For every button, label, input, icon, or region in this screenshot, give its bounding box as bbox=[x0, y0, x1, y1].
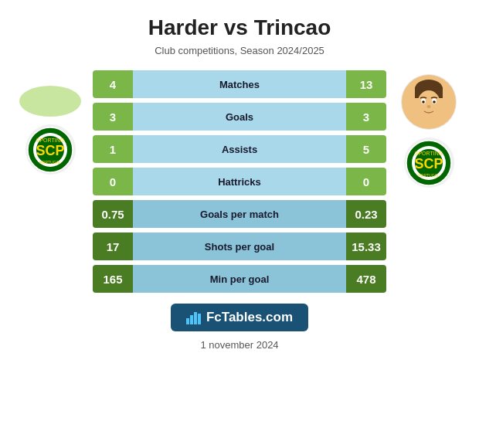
svg-point-16 bbox=[438, 100, 443, 108]
stat-row-matches: 4Matches13 bbox=[93, 70, 386, 98]
trincao-face-svg bbox=[402, 75, 456, 129]
logo-area: FcTables.com bbox=[171, 304, 308, 331]
svg-text:SCP: SCP bbox=[36, 143, 64, 158]
stat-row-shots-per-goal: 17Shots per goal15.33 bbox=[93, 232, 386, 260]
stat-left-value: 3 bbox=[93, 103, 133, 131]
stat-left-value: 1 bbox=[93, 135, 133, 163]
stat-row-min-per-goal: 165Min per goal478 bbox=[93, 265, 386, 293]
right-club-badge: SCP SPORTING PORTUGAL bbox=[404, 137, 454, 188]
comparison-area: SCP SPORTING PORTUGAL 4Matches133Goals31… bbox=[8, 70, 471, 293]
svg-rect-25 bbox=[194, 312, 197, 324]
stat-right-value: 15.33 bbox=[346, 232, 386, 260]
svg-text:PORTUGAL: PORTUGAL bbox=[39, 160, 61, 165]
stat-right-value: 478 bbox=[346, 265, 386, 293]
stats-rows: 4Matches133Goals31Assists50Hattricks00.7… bbox=[93, 70, 386, 293]
svg-point-14 bbox=[427, 105, 431, 108]
svg-text:SPORTING: SPORTING bbox=[36, 137, 64, 143]
date-display: 1 november 2024 bbox=[200, 339, 278, 351]
stat-row-goals: 3Goals3 bbox=[93, 103, 386, 131]
page-container: Harder vs Trincao Club competitions, Sea… bbox=[0, 0, 479, 448]
stat-right-value: 0.23 bbox=[346, 200, 386, 228]
stat-label: Shots per goal bbox=[133, 232, 346, 260]
fctables-logo-text: FcTables.com bbox=[206, 310, 293, 325]
left-player-avatar bbox=[19, 86, 81, 117]
stat-left-value: 17 bbox=[93, 232, 133, 260]
stat-right-value: 3 bbox=[346, 103, 386, 131]
right-player-avatar bbox=[401, 74, 457, 130]
svg-rect-23 bbox=[186, 318, 189, 324]
stat-row-hattricks: 0Hattricks0 bbox=[93, 168, 386, 195]
page-title: Harder vs Trincao bbox=[148, 15, 331, 40]
stat-left-value: 0.75 bbox=[93, 200, 133, 228]
stat-right-value: 13 bbox=[346, 70, 386, 98]
stat-left-value: 165 bbox=[93, 265, 133, 293]
fctables-logo: FcTables.com bbox=[171, 304, 308, 331]
page-subtitle: Club competitions, Season 2024/2025 bbox=[155, 45, 324, 56]
chart-icon bbox=[186, 311, 202, 324]
stat-label: Goals bbox=[133, 103, 346, 131]
svg-text:SCP: SCP bbox=[414, 156, 443, 171]
svg-point-12 bbox=[422, 100, 425, 104]
stat-left-value: 4 bbox=[93, 70, 133, 98]
svg-point-15 bbox=[415, 100, 420, 108]
svg-rect-24 bbox=[190, 315, 193, 324]
stat-label: Hattricks bbox=[133, 168, 346, 195]
svg-point-9 bbox=[417, 90, 440, 118]
stat-label: Min per goal bbox=[133, 265, 346, 293]
stat-row-assists: 1Assists5 bbox=[93, 135, 386, 163]
svg-text:PORTUGAL: PORTUGAL bbox=[418, 173, 440, 178]
stat-label: Matches bbox=[133, 70, 346, 98]
svg-point-13 bbox=[433, 100, 436, 104]
right-player-column: SCP SPORTING PORTUGAL bbox=[386, 70, 471, 188]
stat-left-value: 0 bbox=[93, 168, 133, 195]
stat-row-goals-per-match: 0.75Goals per match0.23 bbox=[93, 200, 386, 228]
sporting-logo-right-svg: SCP SPORTING PORTUGAL bbox=[406, 140, 452, 186]
stat-label: Assists bbox=[133, 135, 346, 163]
svg-text:SPORTING: SPORTING bbox=[415, 151, 443, 156]
stat-right-value: 5 bbox=[346, 135, 386, 163]
left-player-column: SCP SPORTING PORTUGAL bbox=[8, 70, 93, 175]
sporting-logo-svg: SCP SPORTING PORTUGAL bbox=[27, 127, 73, 173]
svg-rect-26 bbox=[198, 314, 201, 324]
stat-right-value: 0 bbox=[346, 168, 386, 195]
left-club-badge: SCP SPORTING PORTUGAL bbox=[25, 124, 76, 175]
stat-label: Goals per match bbox=[133, 200, 346, 228]
